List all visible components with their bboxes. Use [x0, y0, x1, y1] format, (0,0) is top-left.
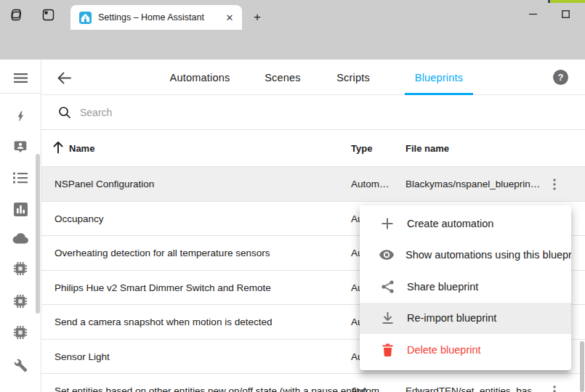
row-overflow-menu-icon[interactable]: [546, 176, 563, 193]
chip-icon-1[interactable]: [0, 256, 41, 281]
home-assistant-favicon: [79, 12, 92, 24]
tab-automations[interactable]: Automations: [170, 60, 230, 95]
tab-scripts[interactable]: Scripts: [336, 60, 370, 95]
column-header-type[interactable]: Type: [351, 130, 372, 167]
share-icon: [379, 279, 395, 295]
column-header-file[interactable]: File name: [406, 130, 449, 167]
row-name: Philips Hue v2 Smart Dimmer Switch and R…: [55, 271, 271, 305]
menu-item-share-blueprint[interactable]: Share blueprint: [360, 271, 571, 303]
chip-icon-3[interactable]: [0, 320, 41, 345]
plus-icon: [379, 216, 395, 232]
tab-close-icon[interactable]: ✕: [223, 11, 236, 24]
menu-item-label: Share blueprint: [407, 281, 478, 293]
menu-item-label: Show automations using this blueprint: [406, 249, 571, 261]
screen-share-indicator: [550, 0, 585, 3]
menu-item-label: Re-import blueprint: [407, 312, 496, 324]
list-icon[interactable]: [0, 166, 41, 190]
row-name: Send a camera snapshot when motion is de…: [55, 305, 272, 339]
menu-item-reimport-blueprint[interactable]: Re-import blueprint: [360, 303, 571, 335]
menu-item-show-automations[interactable]: Show automations using this blueprint: [360, 240, 571, 271]
row-name: Overheating detection for all temperatur…: [55, 236, 270, 270]
page-scrollbar[interactable]: [580, 341, 584, 392]
new-tab-button[interactable]: +: [248, 8, 267, 27]
wrench-icon[interactable]: [0, 353, 41, 377]
lightning-bolt-icon[interactable]: [0, 104, 41, 128]
eye-icon: [379, 247, 394, 263]
cloud-icon[interactable]: [0, 226, 41, 250]
search-row: [41, 95, 585, 130]
ha-header: Automations Scenes Scripts Blueprints ?: [41, 60, 585, 95]
ha-sidebar: [0, 60, 41, 392]
search-icon: [58, 106, 71, 119]
blueprint-context-menu: Create automation Show automations using…: [360, 205, 571, 370]
browser-tab[interactable]: Settings – Home Assistant ✕: [70, 5, 242, 30]
maximize-button[interactable]: [552, 3, 578, 25]
chip-icon-2[interactable]: [0, 289, 41, 314]
browser-toolbar: Not secure | homeassistant.local:8123/..…: [0, 30, 585, 60]
sidebar-scrollbar[interactable]: [36, 154, 40, 314]
row-type: Autom…: [351, 167, 390, 201]
minimize-button[interactable]: [520, 3, 546, 25]
row-file: Blackymas/nspanel_blueprin…: [406, 167, 540, 201]
tab-title: Settings – Home Assistant: [98, 12, 223, 23]
ha-back-icon[interactable]: [55, 69, 73, 86]
browser-titlebar: Settings – Home Assistant ✕ +: [0, 0, 585, 30]
column-header-name[interactable]: Name: [69, 130, 94, 167]
tab-scenes[interactable]: Scenes: [265, 60, 301, 95]
menu-item-delete-blueprint[interactable]: Delete blueprint: [360, 334, 571, 366]
table-row[interactable]: Set entities based on other entities new…: [41, 374, 585, 392]
bar-chart-icon[interactable]: [0, 197, 41, 221]
person-badge-icon[interactable]: [0, 134, 41, 159]
sidebar-menu-button[interactable]: [0, 65, 41, 90]
help-icon[interactable]: ?: [553, 70, 568, 85]
row-file: EdwardTEN/set_entities_bas…: [406, 374, 542, 392]
row-overflow-menu-icon[interactable]: [546, 383, 563, 392]
row-name: NSPanel Configuration: [55, 167, 154, 201]
menu-item-label: Delete blueprint: [407, 344, 481, 356]
row-name: Set entities based on other entities new…: [55, 374, 368, 392]
table-row[interactable]: NSPanel Configuration Autom… Blackymas/n…: [41, 167, 585, 202]
row-name: Sensor Light: [55, 340, 110, 374]
tab-actions-icon[interactable]: [36, 0, 60, 30]
menu-item-label: Create automation: [407, 218, 493, 229]
row-type: Autom…: [351, 374, 390, 392]
menu-item-create-automation[interactable]: Create automation: [360, 208, 571, 240]
home-assistant-app: Automations Scenes Scripts Blueprints ? …: [0, 60, 585, 392]
workspaces-icon[interactable]: [4, 0, 28, 30]
ha-main: Automations Scenes Scripts Blueprints ? …: [41, 60, 585, 392]
download-icon: [379, 310, 395, 326]
row-name: Occupancy: [55, 202, 104, 236]
sidebar-divider: [0, 93, 41, 94]
search-input[interactable]: [80, 107, 443, 118]
sort-ascending-icon[interactable]: [52, 141, 64, 154]
tab-blueprints[interactable]: Blueprints: [415, 60, 463, 95]
table-header: Name Type File name: [41, 130, 585, 167]
trash-icon: [379, 342, 395, 358]
